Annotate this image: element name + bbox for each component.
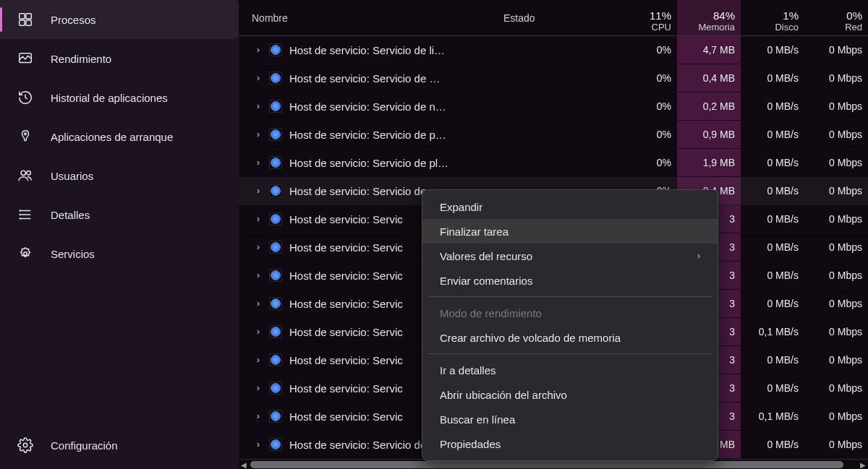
service-host-icon xyxy=(269,43,282,56)
context-menu-label: Finalizar tarea xyxy=(440,225,509,238)
chevron-right-icon[interactable]: › xyxy=(255,101,262,111)
network-value: 0 Mbps xyxy=(804,318,868,345)
service-host-icon xyxy=(269,184,282,197)
chevron-right-icon[interactable]: › xyxy=(255,355,262,365)
context-menu-item[interactable]: Propiedades xyxy=(422,431,718,456)
service-host-icon xyxy=(269,297,282,310)
context-menu-item[interactable]: Expandir xyxy=(422,194,718,219)
disk-value: 0 MB/s xyxy=(741,262,804,289)
context-menu-item[interactable]: Valores del recurso› xyxy=(422,244,718,268)
sidebar: ProcesosRendimientoHistorial de aplicaci… xyxy=(0,0,239,469)
sidebar-item-performance[interactable]: Rendimiento xyxy=(0,39,239,78)
disk-value: 0 MB/s xyxy=(741,346,804,374)
chevron-right-icon[interactable]: › xyxy=(255,186,262,196)
cpu-value: 0% xyxy=(613,121,677,148)
network-value: 0 Mbps xyxy=(804,290,868,317)
context-menu-item[interactable]: Abrir ubicación del archivo xyxy=(422,382,718,407)
sidebar-item-settings[interactable]: Configuración xyxy=(0,426,239,465)
context-menu-item[interactable]: Finalizar tarea xyxy=(422,219,718,244)
svg-rect-2 xyxy=(20,20,25,25)
table-row[interactable]: ›Host de servicio: Servicio de …0%0,4 MB… xyxy=(239,64,868,92)
svg-point-6 xyxy=(21,171,25,175)
header-name[interactable]: Nombre xyxy=(239,0,498,35)
network-value: 0 Mbps xyxy=(804,346,868,374)
scrollbar-thumb[interactable] xyxy=(250,461,843,468)
memory-value: 0,9 MB xyxy=(677,121,741,148)
performance-icon xyxy=(17,51,33,66)
sidebar-item-history[interactable]: Historial de aplicaciones xyxy=(0,78,239,117)
memory-value: 0,4 MB xyxy=(677,64,741,92)
header-state[interactable]: Estado xyxy=(498,0,613,35)
svg-point-13 xyxy=(20,218,20,219)
header-mem[interactable]: 84%Memoria xyxy=(677,0,741,35)
disk-value: 0 MB/s xyxy=(741,233,804,261)
scroll-right-icon[interactable]: ▶ xyxy=(858,460,868,469)
context-menu-label: Ir a detalles xyxy=(440,364,496,377)
svg-rect-1 xyxy=(26,14,31,19)
service-host-icon xyxy=(269,72,282,85)
network-value: 0 Mbps xyxy=(804,36,868,64)
svg-point-11 xyxy=(20,210,20,211)
service-host-icon xyxy=(269,382,282,395)
table-row[interactable]: ›Host de servicio: Servicio de n…0%0,2 M… xyxy=(239,92,868,121)
context-menu-item[interactable]: Enviar comentarios xyxy=(422,268,718,293)
chevron-right-icon[interactable]: › xyxy=(255,214,262,224)
process-name-cell[interactable]: ›Host de servicio: Servicio de p… xyxy=(239,128,498,141)
service-host-icon xyxy=(269,325,282,338)
context-menu-separator xyxy=(428,353,712,354)
context-menu-label: Crear archivo de volcado de memoria xyxy=(440,332,621,344)
sidebar-item-users[interactable]: Usuarios xyxy=(0,156,239,195)
sidebar-item-label: Servicios xyxy=(51,248,95,260)
chevron-right-icon[interactable]: › xyxy=(255,411,262,421)
sidebar-item-label: Procesos xyxy=(51,14,96,26)
memory-value: 1,9 MB xyxy=(677,149,741,176)
services-icon xyxy=(17,246,33,262)
chevron-right-icon: › xyxy=(697,251,700,261)
table-row[interactable]: ›Host de servicio: Servicio de li…0%4,7 … xyxy=(239,36,868,64)
sidebar-item-processes[interactable]: Procesos xyxy=(0,0,239,39)
network-value: 0 Mbps xyxy=(804,431,868,458)
sidebar-item-details[interactable]: Detalles xyxy=(0,195,239,234)
chevron-right-icon[interactable]: › xyxy=(255,242,262,252)
process-name-cell[interactable]: ›Host de servicio: Servicio de n… xyxy=(239,100,498,113)
chevron-right-icon[interactable]: › xyxy=(255,158,262,168)
process-name: Host de servicio: Servic xyxy=(289,382,403,395)
chevron-right-icon[interactable]: › xyxy=(255,45,262,55)
context-menu-label: Expandir xyxy=(440,201,482,213)
sidebar-item-label: Rendimiento xyxy=(51,53,111,65)
svg-point-15 xyxy=(23,443,27,447)
svg-rect-0 xyxy=(20,14,25,19)
scroll-left-icon[interactable]: ◀ xyxy=(239,460,249,469)
process-name-cell[interactable]: ›Host de servicio: Servicio de … xyxy=(239,72,498,85)
network-value: 0 Mbps xyxy=(804,121,868,148)
header-cpu[interactable]: 11%CPU xyxy=(613,0,677,35)
process-name-cell[interactable]: ›Host de servicio: Servicio de li… xyxy=(239,43,498,56)
disk-value: 0 MB/s xyxy=(741,177,804,205)
chevron-right-icon[interactable]: › xyxy=(255,129,262,139)
context-menu-item: Modo de rendimiento xyxy=(422,301,718,325)
header-disk[interactable]: 1%Disco xyxy=(741,0,804,35)
chevron-right-icon[interactable]: › xyxy=(255,298,262,309)
process-name: Host de servicio: Servic xyxy=(289,410,403,423)
gear-icon xyxy=(17,437,33,453)
table-row[interactable]: ›Host de servicio: Servicio de pl…0%1,9 … xyxy=(239,149,868,177)
context-menu-label: Modo de rendimiento xyxy=(440,307,542,319)
disk-value: 0 MB/s xyxy=(741,431,804,458)
chevron-right-icon[interactable]: › xyxy=(255,383,262,393)
chevron-right-icon[interactable]: › xyxy=(255,439,262,449)
chevron-right-icon[interactable]: › xyxy=(255,270,262,280)
sidebar-item-startup[interactable]: Aplicaciones de arranque xyxy=(0,117,239,156)
chevron-right-icon[interactable]: › xyxy=(255,327,262,337)
context-menu-item[interactable]: Buscar en línea xyxy=(422,407,718,431)
chevron-right-icon[interactable]: › xyxy=(255,73,262,83)
context-menu-item[interactable]: Ir a detalles xyxy=(422,358,718,382)
sidebar-item-services[interactable]: Servicios xyxy=(0,234,239,273)
context-menu-item[interactable]: Crear archivo de volcado de memoria xyxy=(422,325,718,350)
disk-value: 0,1 MB/s xyxy=(741,403,804,430)
process-name-cell[interactable]: ›Host de servicio: Servicio de pl… xyxy=(239,156,498,169)
svg-point-7 xyxy=(27,171,31,176)
header-net[interactable]: 0%Red xyxy=(804,0,868,35)
table-row[interactable]: ›Host de servicio: Servicio de p…0%0,9 M… xyxy=(239,121,868,149)
svg-point-14 xyxy=(24,252,27,256)
process-name: Host de servicio: Servic xyxy=(289,298,403,310)
